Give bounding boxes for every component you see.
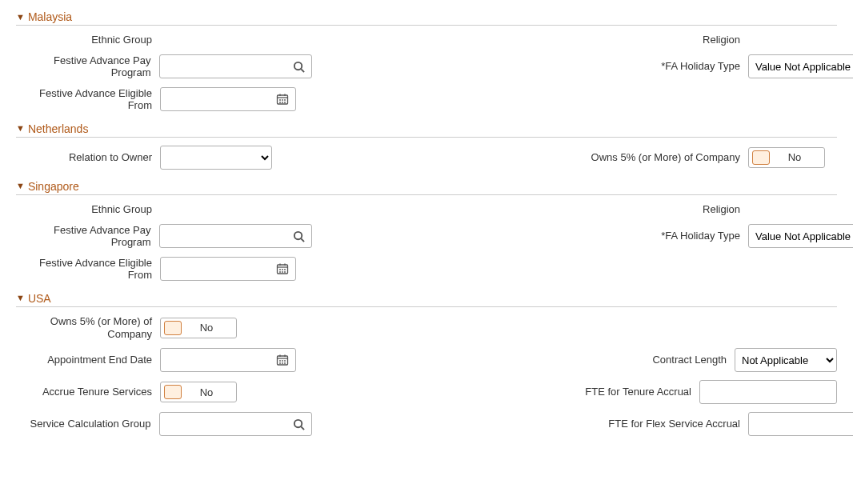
svg-point-33 xyxy=(284,362,286,364)
owns5-label: Owns 5% (or More) of Company xyxy=(16,315,160,340)
fa-holiday-select[interactable]: Value Not Applicable xyxy=(748,54,853,78)
svg-point-30 xyxy=(284,360,286,362)
appt-end-label: Appointment End Date xyxy=(16,354,160,366)
fa-eligible-date[interactable] xyxy=(160,87,296,111)
toggle-knob xyxy=(752,150,770,165)
svg-point-0 xyxy=(294,62,302,70)
toggle-knob xyxy=(164,321,182,335)
scg-input[interactable] xyxy=(166,418,293,431)
section-title: Singapore xyxy=(28,180,79,193)
svg-point-18 xyxy=(279,269,281,270)
svg-point-32 xyxy=(282,362,283,364)
toggle-text: No xyxy=(190,386,233,398)
svg-point-6 xyxy=(279,99,281,101)
svg-point-22 xyxy=(282,271,283,273)
section-header-malaysia[interactable]: ▼ Malaysia xyxy=(16,8,837,26)
section-header-singapore[interactable]: ▼ Singapore xyxy=(16,178,837,195)
svg-point-11 xyxy=(284,102,286,103)
fa-holiday-select[interactable]: Value Not Applicable xyxy=(748,224,853,248)
svg-point-20 xyxy=(284,269,286,270)
owns5-toggle[interactable]: No xyxy=(748,147,825,168)
section-title: USA xyxy=(28,292,51,305)
accrue-label: Accrue Tenure Services xyxy=(16,386,160,398)
relation-owner-select[interactable] xyxy=(160,146,272,170)
fa-holiday-label: *FA Holiday Type xyxy=(472,60,748,73)
svg-point-34 xyxy=(294,420,302,427)
contract-length-label: Contract Length xyxy=(459,354,735,366)
fa-eligible-date[interactable] xyxy=(160,257,296,281)
svg-point-9 xyxy=(279,102,281,103)
svg-point-12 xyxy=(294,232,302,239)
ethnic-group-label: Ethnic Group xyxy=(16,203,160,216)
accrue-toggle[interactable]: No xyxy=(160,382,237,402)
svg-point-10 xyxy=(282,102,283,103)
search-icon[interactable] xyxy=(293,230,305,242)
fap-input[interactable] xyxy=(166,230,293,243)
svg-point-21 xyxy=(279,271,281,273)
fte-flex-label: FTE for Flex Service Accrual xyxy=(472,418,748,430)
fap-lookup[interactable] xyxy=(159,224,312,248)
religion-label: Religion xyxy=(472,203,748,216)
section-header-netherlands[interactable]: ▼ Netherlands xyxy=(16,120,837,138)
owns5-toggle[interactable]: No xyxy=(160,318,237,338)
section-title: Malaysia xyxy=(28,10,72,23)
svg-point-28 xyxy=(279,360,281,362)
svg-line-35 xyxy=(301,426,304,430)
section-header-usa[interactable]: ▼ USA xyxy=(16,290,837,307)
owns5-label: Owns 5% (or More) of Company xyxy=(472,151,748,164)
toggle-knob xyxy=(164,385,182,399)
contract-length-select[interactable]: Not Applicable xyxy=(735,348,837,372)
appt-end-date[interactable] xyxy=(160,348,296,372)
fa-eligible-input[interactable] xyxy=(167,93,276,106)
toggle-text: No xyxy=(190,322,233,334)
calendar-icon[interactable] xyxy=(276,354,289,366)
svg-line-1 xyxy=(301,69,304,72)
scg-label: Service Calculation Group xyxy=(16,418,159,430)
fa-eligible-label: Festive Advance Eligible From xyxy=(16,257,160,282)
fa-eligible-label: Festive Advance Eligible From xyxy=(16,87,160,112)
fte-tenure-label: FTE for Tenure Accrual xyxy=(423,386,699,398)
svg-point-19 xyxy=(282,269,283,270)
fap-label: Festive Advance Pay Program xyxy=(16,54,159,79)
fap-input[interactable] xyxy=(166,60,293,74)
svg-point-31 xyxy=(279,362,281,364)
svg-point-7 xyxy=(282,99,283,101)
appt-end-input[interactable] xyxy=(167,354,276,367)
chevron-down-icon: ▼ xyxy=(16,294,25,302)
ethnic-group-label: Ethnic Group xyxy=(16,34,160,46)
svg-point-8 xyxy=(284,99,286,101)
svg-line-13 xyxy=(301,238,304,242)
chevron-down-icon: ▼ xyxy=(16,182,25,190)
search-icon[interactable] xyxy=(293,61,305,73)
fa-holiday-label: *FA Holiday Type xyxy=(472,230,748,242)
svg-point-29 xyxy=(282,360,283,362)
fap-lookup[interactable] xyxy=(159,54,312,78)
fte-flex-input[interactable] xyxy=(748,412,853,436)
search-icon[interactable] xyxy=(293,418,305,430)
chevron-down-icon: ▼ xyxy=(16,13,25,22)
fte-tenure-input[interactable] xyxy=(699,380,837,404)
toggle-text: No xyxy=(778,151,821,163)
scg-lookup[interactable] xyxy=(159,412,312,436)
religion-label: Religion xyxy=(472,34,748,46)
chevron-down-icon: ▼ xyxy=(16,124,25,133)
calendar-icon[interactable] xyxy=(276,262,289,275)
fa-eligible-input[interactable] xyxy=(167,262,276,276)
section-title: Netherlands xyxy=(28,122,89,135)
svg-point-23 xyxy=(284,271,286,273)
relation-owner-label: Relation to Owner xyxy=(16,151,160,164)
fap-label: Festive Advance Pay Program xyxy=(16,224,159,249)
calendar-icon[interactable] xyxy=(276,93,289,106)
